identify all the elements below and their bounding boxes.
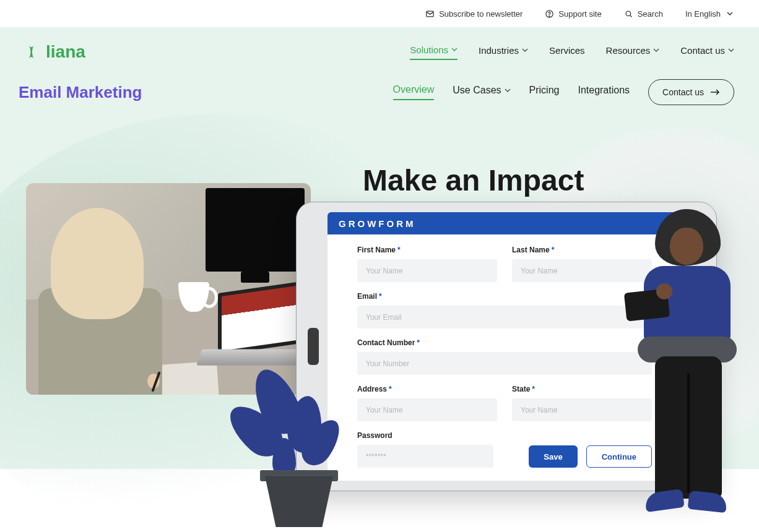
page-title: Email Marketing [19, 83, 142, 102]
email-input[interactable] [357, 306, 652, 328]
brand-logo[interactable]: liana [24, 42, 85, 62]
email-text: Email [357, 292, 377, 301]
nav-industries[interactable]: Industries [479, 45, 528, 60]
subscribe-label: Subscribe to newsletter [439, 9, 523, 19]
required-icon: * [389, 385, 392, 393]
person-illustration [627, 209, 744, 532]
nav-contact[interactable]: Contact us [680, 45, 734, 60]
email-label: Email* [357, 292, 652, 301]
mail-icon [425, 9, 435, 19]
subnav-overview-label: Overview [393, 84, 435, 95]
form-body: First Name* Last Name* Email* [327, 234, 677, 481]
primary-nav-links: Solutions Industries Services Resources … [410, 45, 734, 60]
language-selector[interactable]: In English [685, 9, 734, 19]
brand-name: liana [46, 42, 85, 62]
subnav-pricing-label: Pricing [529, 85, 560, 96]
address-text: Address [357, 385, 387, 393]
address-label: Address* [357, 385, 497, 393]
address-input[interactable] [357, 398, 497, 421]
required-icon: * [417, 338, 420, 347]
chevron-down-icon [522, 48, 528, 52]
support-label: Support site [558, 9, 601, 19]
nav-solutions-label: Solutions [410, 45, 448, 55]
language-label: In English [685, 9, 721, 19]
nav-resources-label: Resources [606, 45, 651, 56]
search-icon [624, 9, 633, 19]
contact-us-label: Contact us [662, 87, 704, 97]
subnav-overview[interactable]: Overview [393, 84, 435, 100]
sub-nav-links: Overview Use Cases Pricing Integrations … [393, 79, 734, 105]
subnav-pricing[interactable]: Pricing [529, 85, 560, 100]
subnav-integrations[interactable]: Integrations [578, 85, 630, 100]
primary-nav: liana Solutions Industries Services Reso… [0, 27, 759, 62]
svg-point-2 [549, 15, 550, 16]
save-button[interactable]: Save [529, 445, 577, 468]
nav-services[interactable]: Services [549, 45, 585, 60]
password-input[interactable] [357, 445, 493, 468]
required-icon: * [532, 385, 535, 393]
search-link[interactable]: Search [624, 9, 663, 19]
logo-icon [24, 43, 41, 61]
plant-illustration [235, 355, 359, 532]
subnav-usecases[interactable]: Use Cases [453, 85, 510, 100]
contact-number-text: Contact Number [357, 338, 415, 347]
support-site-link[interactable]: Support site [545, 9, 601, 19]
required-icon: * [552, 246, 555, 254]
state-text: State [512, 385, 530, 393]
arrow-right-icon [710, 88, 720, 96]
nav-industries-label: Industries [479, 45, 519, 56]
last-name-text: Last Name [512, 246, 550, 254]
password-label: Password [357, 431, 493, 440]
form-brand: GROWFORM [327, 212, 677, 234]
subnav-usecases-label: Use Cases [453, 85, 501, 96]
chevron-down-icon [653, 48, 659, 52]
subscribe-newsletter-link[interactable]: Subscribe to newsletter [425, 9, 523, 19]
contact-number-input[interactable] [357, 352, 652, 375]
nav-services-label: Services [549, 45, 585, 56]
help-icon [545, 9, 554, 19]
contact-us-button[interactable]: Contact us [648, 79, 734, 105]
search-label: Search [638, 9, 663, 19]
contact-number-label: Contact Number* [357, 338, 652, 347]
nav-resources[interactable]: Resources [606, 45, 660, 60]
utility-bar: Subscribe to newsletter Support site Sea… [0, 0, 759, 27]
hero-headline: Make an Impact [363, 163, 584, 197]
first-name-label: First Name* [357, 246, 497, 254]
chevron-down-icon [451, 48, 458, 51]
chevron-down-icon [728, 48, 734, 52]
required-icon: * [397, 246, 401, 254]
required-icon: * [379, 292, 382, 301]
chevron-down-icon [725, 9, 734, 19]
svg-point-3 [626, 11, 631, 16]
first-name-input[interactable] [357, 259, 497, 282]
first-name-text: First Name [357, 246, 396, 254]
subnav-integrations-label: Integrations [578, 85, 630, 96]
chevron-down-icon [505, 88, 511, 92]
nav-solutions[interactable]: Solutions [410, 45, 458, 60]
secondary-nav: Email Marketing Overview Use Cases Prici… [0, 62, 759, 105]
nav-contact-label: Contact us [680, 45, 725, 56]
